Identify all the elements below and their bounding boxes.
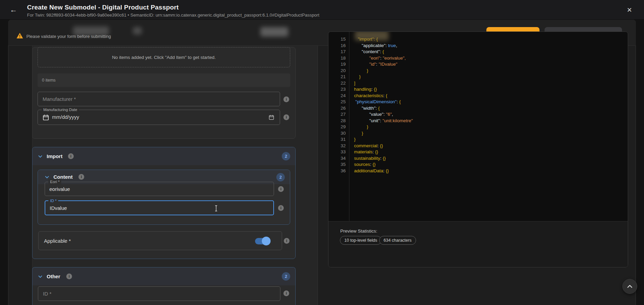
page-title: Create New Submodel - Digital Product Pa… [27, 4, 179, 11]
code-line-31: 31 } [328, 136, 626, 143]
info-icon[interactable]: i [78, 174, 84, 180]
info-icon[interactable]: i [283, 114, 289, 120]
close-icon[interactable]: ✕ [625, 6, 634, 15]
date-placeholder: mm/dd/yyyy [52, 114, 79, 120]
blurred-text [355, 31, 389, 41]
code-line-21: 21 } [328, 73, 626, 80]
app-screen: ← Create New Submodel - Digital Product … [0, 0, 644, 305]
code-line-18: 18 "eori": "eorivalue", [328, 55, 626, 61]
code-line-26: 26 "width": { [328, 105, 626, 111]
chevron-down-icon [38, 155, 42, 158]
manufacturer-input[interactable] [38, 92, 280, 106]
info-icon[interactable]: i [284, 238, 290, 244]
code-line-23: 23 handling: {} [328, 86, 626, 92]
stat-badge-fields: 10 top-level fields [340, 236, 382, 245]
id-field: ID * [45, 200, 274, 215]
page-subtitle: For Twin: 982ff893-6034-4ebb-bf90-9a60ee… [27, 13, 319, 18]
toggle-thumb [262, 237, 271, 245]
manufacturing-date-field[interactable]: Manufacturing Date mm/dd/yyyy [38, 110, 280, 125]
chevron-down-icon [38, 275, 42, 278]
modal-header: ← Create New Submodel - Digital Product … [0, 0, 644, 20]
calendar-icon [43, 114, 49, 121]
json-preview-panel: 15 "import": {16 "applicable": true,17 "… [328, 31, 628, 267]
other-section-header[interactable]: Other i 2 [32, 267, 295, 285]
eori-field: Eori * [45, 182, 274, 196]
empty-items-dropzone: No items added yet. Click "Add Item" to … [38, 47, 290, 67]
manufacturing-date-label: Manufacturing Date [42, 107, 79, 112]
import-section-label: Import [47, 153, 63, 159]
items-count-bar: 0 items [38, 73, 290, 87]
chevron-down-icon [45, 176, 49, 178]
info-icon[interactable]: i [283, 290, 289, 296]
text-cursor-icon [214, 205, 218, 212]
code-line-34: 34 sustainability: {} [328, 155, 626, 161]
info-icon[interactable]: i [283, 96, 289, 102]
items-count-text: 0 items [42, 78, 55, 83]
info-icon[interactable]: i [66, 274, 72, 279]
code-line-25: 25 "physicalDimension": { [328, 99, 626, 105]
code-line-27: 27 "value": "6", [328, 111, 626, 117]
import-section-card: Import i 2 Content i 2 Eori * i ID * [32, 147, 296, 259]
preview-statistics: Preview Statistics: 10 top-level fields … [328, 221, 628, 267]
back-arrow-icon[interactable]: ← [9, 6, 18, 14]
code-line-16: 16 "applicable": true, [328, 42, 626, 49]
code-line-28: 28 "unit": "unit:kilometre" [328, 117, 626, 124]
applicable-toggle[interactable] [255, 238, 269, 244]
content-section-card: Content i 2 Eori * i ID * i [38, 170, 290, 225]
code-line-35: 35 sources: {} [328, 161, 626, 168]
code-line-20: 20 } [328, 67, 626, 74]
content-count-badge: 2 [276, 173, 285, 181]
applicable-row: Applicable * [38, 231, 282, 250]
code-line-30: 30 } [328, 130, 626, 136]
blurred-text [133, 27, 142, 35]
stat-badge-characters: 634 characters [379, 236, 416, 245]
validation-warning-text: Please validate your form before submitt… [26, 34, 111, 39]
code-line-22: 22 ] [328, 80, 626, 86]
code-line-33: 33 materials: {} [328, 149, 626, 155]
json-code-area: 15 "import": {16 "applicable": true,17 "… [328, 32, 628, 221]
blurred-text [260, 27, 288, 37]
preview-statistics-label: Preview Statistics: [340, 228, 377, 234]
other-section-label: Other [47, 274, 60, 279]
other-count-badge: 2 [282, 272, 290, 281]
warning-triangle-icon [16, 32, 23, 39]
import-section-header[interactable]: Import i 2 [32, 147, 295, 165]
id-input[interactable] [45, 201, 273, 215]
code-line-29: 29 } [328, 124, 626, 130]
other-id-input[interactable] [38, 286, 280, 301]
code-line-36: 36 additionalData: {} [328, 168, 626, 174]
info-icon[interactable]: i [68, 153, 74, 159]
content-section-label: Content [53, 174, 73, 180]
applicable-label: Applicable * [44, 238, 71, 244]
date-picker-icon[interactable] [269, 115, 274, 120]
code-line-24: 24 characteristics: { [328, 92, 626, 99]
info-icon[interactable]: i [278, 186, 284, 192]
code-line-19: 19 "id": "IDvalue" [328, 61, 626, 67]
empty-items-text: No items added yet. Click "Add Item" to … [112, 55, 216, 60]
scroll-to-top-button[interactable] [622, 279, 637, 294]
info-icon[interactable]: i [278, 205, 284, 211]
other-section-card: Other i 2 [32, 267, 296, 305]
code-line-32: 32 commercial: {} [328, 143, 626, 149]
code-line-17: 17 "content": { [328, 48, 626, 55]
chevron-up-icon [627, 285, 632, 288]
import-count-badge: 2 [282, 152, 290, 160]
eori-input[interactable] [45, 182, 274, 196]
